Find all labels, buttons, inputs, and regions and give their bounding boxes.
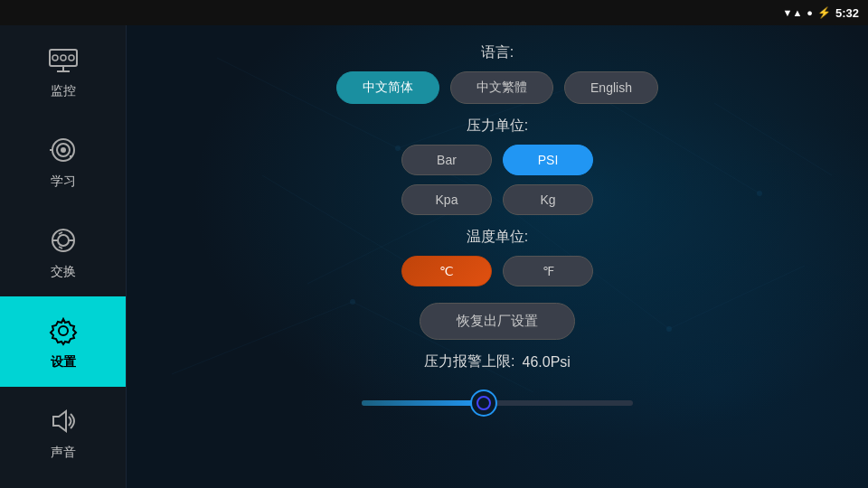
pressure-warning-value: 46.0Psi bbox=[523, 354, 571, 371]
pressure-btn-kpa[interactable]: Kpa bbox=[401, 184, 492, 215]
status-icons: ▼▲ ● ⚡ 5:32 bbox=[783, 6, 859, 20]
language-section: 语言: 中文简体 中文繁體 English bbox=[127, 43, 868, 104]
status-bar: ▼▲ ● ⚡ 5:32 bbox=[0, 0, 868, 25]
language-buttons: 中文简体 中文繁體 English bbox=[336, 71, 658, 104]
sidebar-label-exchange: 交换 bbox=[51, 264, 76, 280]
svg-line-15 bbox=[59, 232, 62, 234]
svg-line-16 bbox=[59, 247, 62, 249]
lang-btn-english[interactable]: English bbox=[564, 71, 658, 104]
sidebar-item-learn[interactable]: 学习 bbox=[0, 116, 126, 206]
temperature-buttons: ℃ ℉ bbox=[401, 256, 593, 286]
svg-point-8 bbox=[61, 147, 66, 153]
temp-btn-celsius[interactable]: ℃ bbox=[401, 256, 492, 286]
sidebar-label-learn: 学习 bbox=[51, 174, 76, 190]
pressure-btn-bar[interactable]: Bar bbox=[401, 145, 492, 175]
learn-icon bbox=[45, 132, 81, 168]
settings-icon bbox=[45, 313, 81, 349]
pressure-slider-track bbox=[362, 400, 633, 406]
temp-btn-fahrenheit[interactable]: ℉ bbox=[503, 256, 593, 286]
temperature-section: 温度单位: ℃ ℉ bbox=[127, 228, 868, 286]
monitor-icon bbox=[45, 42, 81, 78]
sidebar-item-settings[interactable]: 设置 bbox=[0, 296, 126, 387]
sidebar-item-sound[interactable]: 声音 bbox=[0, 387, 126, 477]
svg-marker-18 bbox=[53, 411, 66, 431]
pressure-unit-buttons: Bar PSI bbox=[401, 145, 593, 175]
svg-point-17 bbox=[59, 326, 68, 335]
pressure-slider-container bbox=[362, 382, 633, 406]
pressure-btn-kg[interactable]: Kg bbox=[503, 184, 593, 215]
pressure-warning-label: 压力报警上限: bbox=[424, 352, 514, 371]
lang-btn-simplified[interactable]: 中文简体 bbox=[336, 71, 439, 104]
sidebar-item-monitor[interactable]: 监控 bbox=[0, 25, 126, 116]
pressure-unit-title: 压力单位: bbox=[467, 117, 528, 136]
pressure-slider-thumb[interactable] bbox=[470, 389, 497, 417]
sidebar-item-exchange[interactable]: 交换 bbox=[0, 206, 126, 296]
pressure-unit-section: 压力单位: Bar PSI Kpa Kg bbox=[127, 117, 868, 215]
language-title: 语言: bbox=[481, 43, 514, 62]
temperature-title: 温度单位: bbox=[467, 228, 528, 247]
svg-point-5 bbox=[69, 55, 74, 61]
status-time: 5:32 bbox=[835, 6, 859, 20]
pressure-slider-fill bbox=[362, 400, 484, 406]
lang-btn-traditional[interactable]: 中文繁體 bbox=[450, 71, 553, 104]
sidebar-label-settings: 设置 bbox=[51, 354, 76, 371]
settings-panel: 语言: 中文简体 中文繁體 English 压力单位: Bar PSI Kpa … bbox=[127, 25, 868, 406]
slider-thumb-inner bbox=[476, 396, 491, 410]
sidebar: 监控 学习 交换 bbox=[0, 0, 127, 488]
sound-icon bbox=[45, 403, 81, 439]
pressure-btn-psi[interactable]: PSI bbox=[503, 145, 593, 175]
battery-icon: ⚡ bbox=[817, 6, 831, 19]
restore-button[interactable]: 恢复出厂设置 bbox=[420, 303, 575, 340]
main-content: 语言: 中文简体 中文繁體 English 压力单位: Bar PSI Kpa … bbox=[127, 0, 868, 488]
pressure-warning-section: 压力报警上限: 46.0Psi bbox=[353, 352, 642, 406]
svg-point-3 bbox=[52, 55, 58, 61]
pressure-unit-buttons-2: Kpa Kg bbox=[401, 184, 593, 215]
exchange-icon bbox=[45, 222, 81, 258]
svg-point-12 bbox=[58, 235, 69, 246]
signal-icon: ● bbox=[807, 7, 813, 18]
wifi-icon: ▼▲ bbox=[783, 7, 803, 18]
sidebar-label-sound: 声音 bbox=[51, 445, 76, 461]
svg-rect-0 bbox=[50, 50, 77, 66]
svg-point-4 bbox=[61, 55, 66, 61]
sidebar-label-monitor: 监控 bbox=[51, 83, 76, 99]
